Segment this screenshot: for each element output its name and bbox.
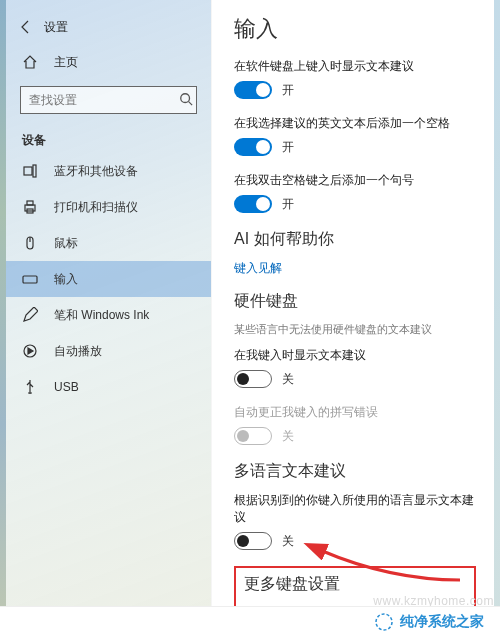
setting-hw-suggestions: 在我键入时显示文本建议 关 [234, 347, 476, 388]
sidebar-item-autoplay[interactable]: 自动播放 [6, 333, 211, 369]
setting-label: 根据识别到的你键入所使用的语言显示文本建议 [234, 492, 476, 526]
devices-icon [22, 163, 38, 179]
printer-icon [22, 199, 38, 215]
search-icon [179, 92, 193, 109]
home-label: 主页 [54, 54, 78, 71]
toggle-switch[interactable] [234, 370, 272, 388]
sidebar-item-label: 蓝牙和其他设备 [54, 163, 138, 180]
toggle-state: 开 [282, 139, 294, 156]
section-multilingual: 多语言文本建议 [234, 461, 476, 482]
setting-label: 在我双击空格键之后添加一个句号 [234, 172, 476, 189]
link-typing-insights[interactable]: 键入见解 [234, 260, 476, 277]
search-input[interactable] [29, 93, 179, 107]
sidebar: 设置 主页 设备 蓝牙和其他设备 打印机和扫描仪 鼠标 [6, 0, 212, 636]
svg-point-15 [381, 619, 387, 625]
home-icon [22, 54, 38, 70]
setting-add-period: 在我双击空格键之后添加一个句号 开 [234, 172, 476, 213]
svg-rect-4 [27, 201, 33, 205]
svg-point-14 [376, 614, 392, 630]
toggle-state: 关 [282, 533, 294, 550]
mouse-icon [22, 235, 38, 251]
usb-icon [22, 379, 38, 395]
toggle-state: 开 [282, 196, 294, 213]
sidebar-item-label: USB [54, 380, 79, 394]
section-ai: AI 如何帮助你 [234, 229, 476, 250]
toggle-state: 关 [282, 428, 294, 445]
content-panel: 输入 在软件键盘上键入时显示文本建议 开 在我选择建议的英文文本后添加一个空格 … [212, 0, 494, 636]
autoplay-icon [22, 343, 38, 359]
sidebar-item-usb[interactable]: USB [6, 369, 211, 405]
back-icon[interactable] [18, 19, 34, 35]
toggle-switch[interactable] [234, 195, 272, 213]
setting-hw-autocorrect: 自动更正我键入的拼写错误 关 [234, 404, 476, 445]
sidebar-item-mouse[interactable]: 鼠标 [6, 225, 211, 261]
toggle-switch[interactable] [234, 138, 272, 156]
toggle-switch [234, 427, 272, 445]
search-box[interactable] [20, 86, 197, 114]
sidebar-item-label: 鼠标 [54, 235, 78, 252]
sidebar-item-printers[interactable]: 打印机和扫描仪 [6, 189, 211, 225]
sidebar-item-label: 打印机和扫描仪 [54, 199, 138, 216]
watermark-bar: 纯净系统之家 [0, 606, 500, 636]
toggle-switch[interactable] [234, 81, 272, 99]
setting-label: 在我键入时显示文本建议 [234, 347, 476, 364]
hw-subtext: 某些语言中无法使用硬件键盘的文本建议 [234, 322, 476, 337]
settings-window: 设置 主页 设备 蓝牙和其他设备 打印机和扫描仪 鼠标 [6, 0, 494, 636]
sidebar-item-bluetooth[interactable]: 蓝牙和其他设备 [6, 153, 211, 189]
svg-rect-1 [24, 167, 32, 175]
sidebar-section-label: 设备 [6, 126, 211, 153]
watermark-text: 纯净系统之家 [400, 613, 484, 631]
setting-label: 自动更正我键入的拼写错误 [234, 404, 476, 421]
setting-label: 在我选择建议的英文文本后添加一个空格 [234, 115, 476, 132]
setting-show-suggestions: 在软件键盘上键入时显示文本建议 开 [234, 58, 476, 99]
toggle-state: 开 [282, 82, 294, 99]
sidebar-header: 设置 [6, 10, 211, 44]
setting-add-space: 在我选择建议的英文文本后添加一个空格 开 [234, 115, 476, 156]
setting-multilingual: 根据识别到的你键入所使用的语言显示文本建议 关 [234, 492, 476, 550]
sidebar-item-label: 笔和 Windows Ink [54, 307, 149, 324]
svg-rect-2 [33, 165, 36, 177]
toggle-state: 关 [282, 371, 294, 388]
sidebar-home[interactable]: 主页 [6, 44, 211, 80]
section-hardware-keyboard: 硬件键盘 [234, 291, 476, 312]
sidebar-item-typing[interactable]: 输入 [6, 261, 211, 297]
toggle-switch[interactable] [234, 532, 272, 550]
sidebar-item-pen[interactable]: 笔和 Windows Ink [6, 297, 211, 333]
page-title: 输入 [234, 14, 476, 44]
section-more-keyboard: 更多键盘设置 [244, 574, 466, 595]
svg-point-0 [181, 93, 190, 102]
svg-rect-8 [23, 276, 37, 283]
setting-label: 在软件键盘上键入时显示文本建议 [234, 58, 476, 75]
sidebar-item-label: 输入 [54, 271, 78, 288]
settings-title: 设置 [44, 19, 68, 36]
sidebar-item-label: 自动播放 [54, 343, 102, 360]
keyboard-icon [22, 271, 38, 287]
watermark-logo-icon [374, 612, 394, 632]
pen-icon [22, 307, 38, 323]
